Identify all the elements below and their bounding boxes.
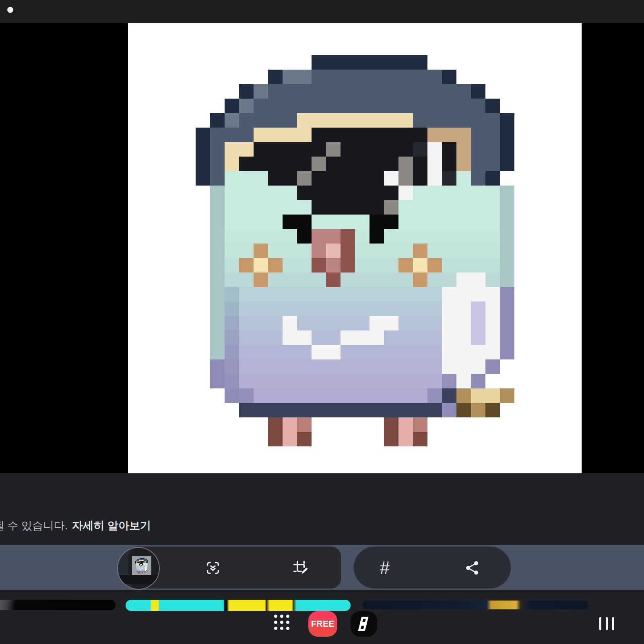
loupe-page-thumbnail	[132, 556, 151, 575]
tags-pill: #	[353, 546, 511, 589]
share-icon	[464, 560, 480, 576]
thumbnail-dark[interactable]	[0, 600, 116, 610]
crop-edit-icon	[293, 560, 309, 576]
thumbnail-navy[interactable]	[362, 601, 588, 609]
viewed-image[interactable]	[128, 23, 582, 473]
action-toolbar: # 공유 저장	[0, 545, 644, 590]
actions-pill-left	[128, 546, 341, 589]
edit-button[interactable]	[293, 560, 309, 576]
loupe-toolbar-band	[118, 575, 160, 584]
caption-text: 될 수 있습니다.자세히 알아보기	[0, 518, 151, 533]
apps-grid-button[interactable]	[274, 615, 292, 632]
app-icon-free[interactable]: FREE	[308, 611, 337, 637]
pixel-bird-image	[138, 26, 572, 461]
share-button-secondary[interactable]	[464, 560, 480, 576]
scan-icon	[205, 560, 221, 576]
screen: 될 수 있습니다.자세히 알아보기	[0, 0, 644, 644]
app-icon-eight[interactable]	[351, 611, 377, 637]
hashtag-button[interactable]: #	[377, 556, 393, 580]
free-app-label: FREE	[311, 619, 334, 629]
thumbnail-teal-yellow[interactable]	[126, 600, 351, 611]
image-viewer-area	[0, 23, 644, 473]
camera-dot-indicator	[7, 7, 13, 13]
caption-clipped-text: 될 수 있습니다.	[0, 520, 68, 532]
mini-pixel-bird	[133, 557, 150, 574]
status-bar	[0, 0, 644, 23]
recents-handle[interactable]	[599, 617, 614, 630]
magnifier-loupe	[117, 547, 160, 590]
eight-logo-icon	[357, 616, 371, 632]
scan-button[interactable]	[205, 560, 221, 576]
hash-icon: #	[380, 558, 390, 578]
learn-more-link[interactable]: 자세히 알아보기	[72, 520, 151, 532]
